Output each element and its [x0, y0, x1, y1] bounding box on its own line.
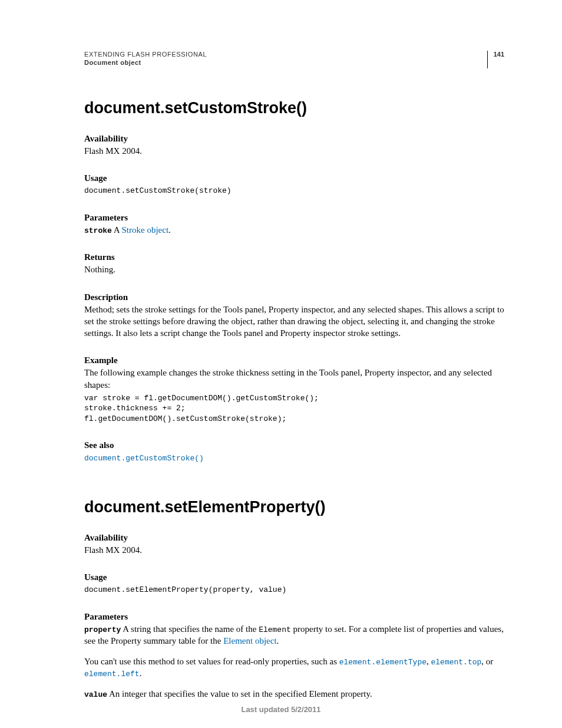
param-stroke: stroke A Stroke object.: [84, 224, 504, 236]
link-stroke-object[interactable]: Stroke object: [122, 225, 169, 235]
param-name-property: property: [84, 625, 121, 634]
example-text: The following example changes the stroke…: [84, 367, 504, 391]
availability-label-2: Availability: [84, 533, 504, 543]
page-container: EXTENDING FLASH PROFESSIONAL Document ob…: [0, 0, 562, 728]
link-element-object[interactable]: Element object: [223, 636, 276, 645]
availability-text: Flash MX 2004.: [84, 145, 504, 157]
usage-label: Usage: [84, 173, 504, 183]
availability-text-2: Flash MX 2004.: [84, 544, 504, 556]
example-label: Example: [84, 355, 504, 365]
param-property: property A string that specifies the nam…: [84, 623, 504, 647]
param1-mono: Element: [259, 625, 291, 634]
link-elementtop[interactable]: element.top: [431, 658, 482, 667]
returns-label: Returns: [84, 252, 504, 262]
section-heading-setelementproperty: document.setElementProperty(): [84, 498, 504, 516]
param-name-stroke: stroke: [84, 226, 112, 235]
page-header: EXTENDING FLASH PROFESSIONAL Document ob…: [84, 51, 504, 68]
readonly-post: .: [140, 668, 142, 678]
section-heading-setcustomstroke: document.setCustomStroke(): [84, 99, 504, 117]
page-number: 141: [494, 51, 504, 58]
description-label: Description: [84, 292, 504, 302]
returns-text: Nothing.: [84, 263, 504, 275]
link-elementleft[interactable]: element.left: [84, 670, 140, 678]
link-elementtype[interactable]: element.elementType: [339, 658, 427, 667]
example-code: var stroke = fl.getDocumentDOM().getCust…: [84, 393, 504, 424]
readonly-sep2: , or: [481, 657, 493, 666]
usage-label-2: Usage: [84, 572, 504, 582]
usage-code: document.setCustomStroke(stroke): [84, 186, 504, 196]
param-post: .: [168, 225, 171, 235]
description-text: Method; sets the stroke settings for the…: [84, 304, 504, 340]
header-left: EXTENDING FLASH PROFESSIONAL Document ob…: [84, 51, 207, 66]
usage-code-2: document.setElementProperty(property, va…: [84, 585, 504, 595]
param-pre: A: [112, 225, 122, 235]
header-subtitle: Document object: [84, 59, 207, 66]
param1-text-c: .: [277, 636, 279, 645]
availability-label: Availability: [84, 134, 504, 144]
param-name-value: value: [84, 690, 107, 699]
readonly-sep1: ,: [427, 657, 431, 666]
page-footer: Last updated 5/2/2011: [0, 705, 562, 714]
header-title: EXTENDING FLASH PROFESSIONAL: [84, 51, 207, 58]
page-number-container: 141: [487, 51, 504, 68]
readonly-pre: You can't use this method to set values …: [84, 657, 339, 666]
link-getcustomstroke[interactable]: document.getCustomStroke(): [84, 454, 204, 463]
param1-text-a: A string that specifies the name of the: [121, 624, 259, 634]
seealso-label: See also: [84, 440, 504, 450]
parameters-label-2: Parameters: [84, 612, 504, 622]
readonly-note: You can't use this method to set values …: [84, 655, 504, 680]
parameters-label: Parameters: [84, 213, 504, 223]
param-value: value An integer that specifies the valu…: [84, 688, 504, 700]
param2-text: An integer that specifies the value to s…: [107, 689, 372, 699]
seealso-row: document.getCustomStroke(): [84, 452, 504, 464]
